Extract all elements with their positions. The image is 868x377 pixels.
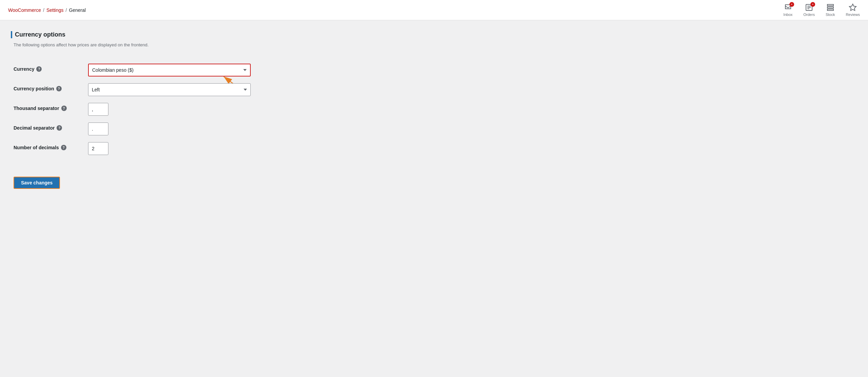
header-icons: • Inbox • Orders Stock bbox=[783, 3, 860, 17]
currency-position-label: Currency position bbox=[14, 86, 54, 91]
thousand-separator-input-group bbox=[88, 103, 291, 116]
breadcrumb-settings[interactable]: Settings bbox=[46, 7, 64, 13]
decimal-separator-help-icon[interactable]: ? bbox=[57, 125, 62, 131]
thousand-separator-help-icon[interactable]: ? bbox=[61, 106, 67, 111]
number-of-decimals-input[interactable] bbox=[88, 142, 108, 155]
currency-position-label-group: Currency position ? bbox=[14, 83, 88, 91]
number-of-decimals-help-icon[interactable]: ? bbox=[61, 145, 66, 150]
section-description: The following options affect how prices … bbox=[14, 42, 291, 47]
breadcrumb: WooCommerce / Settings / General bbox=[8, 7, 86, 13]
breadcrumb-current: General bbox=[69, 7, 86, 13]
save-changes-button[interactable]: Save changes bbox=[14, 177, 60, 189]
currency-position-help-icon[interactable]: ? bbox=[56, 86, 62, 91]
breadcrumb-woocommerce[interactable]: WooCommerce bbox=[8, 7, 41, 13]
decimal-separator-input-group bbox=[88, 123, 291, 135]
header-stock-button[interactable]: Stock bbox=[826, 3, 835, 17]
orders-label: Orders bbox=[803, 13, 815, 17]
currency-label: Currency bbox=[14, 66, 34, 72]
top-header: WooCommerce / Settings / General • Inbox bbox=[0, 0, 868, 20]
thousand-separator-label: Thousand separator bbox=[14, 106, 59, 111]
inbox-badge: • bbox=[789, 2, 794, 7]
inbox-icon: • bbox=[784, 3, 792, 12]
number-of-decimals-input-group bbox=[88, 142, 291, 155]
reviews-label: Reviews bbox=[846, 13, 860, 17]
decimal-separator-label: Decimal separator bbox=[14, 125, 55, 131]
decimal-separator-label-group: Decimal separator ? bbox=[14, 123, 88, 131]
field-row-currency-position: Currency position ? Left bbox=[14, 83, 291, 96]
orders-badge: • bbox=[810, 2, 815, 7]
svg-marker-1 bbox=[849, 4, 856, 10]
reviews-icon bbox=[849, 3, 857, 12]
header-orders-button[interactable]: • Orders bbox=[803, 3, 815, 17]
currency-help-icon[interactable]: ? bbox=[36, 66, 42, 72]
field-row-number-of-decimals: Number of decimals ? bbox=[14, 142, 291, 155]
stock-icon bbox=[826, 3, 834, 12]
main-content: Currency options The following options a… bbox=[0, 20, 305, 200]
field-row-thousand-separator: Thousand separator ? bbox=[14, 103, 291, 116]
thousand-separator-input[interactable] bbox=[88, 103, 108, 116]
breadcrumb-sep-1: / bbox=[43, 7, 44, 13]
decimal-separator-input[interactable] bbox=[88, 123, 108, 135]
header-inbox-button[interactable]: • Inbox bbox=[783, 3, 792, 17]
currency-position-select[interactable]: Left bbox=[88, 83, 251, 96]
fields-container: Currency ? Colombian peso ($) bbox=[14, 57, 291, 169]
currency-input-group: Colombian peso ($) bbox=[88, 64, 291, 76]
inbox-label: Inbox bbox=[783, 13, 792, 17]
orders-icon: • bbox=[805, 3, 813, 12]
stock-label: Stock bbox=[826, 13, 835, 17]
breadcrumb-sep-2: / bbox=[65, 7, 67, 13]
number-of-decimals-label-group: Number of decimals ? bbox=[14, 142, 88, 150]
section-title: Currency options bbox=[11, 31, 291, 38]
number-of-decimals-label: Number of decimals bbox=[14, 145, 59, 150]
thousand-separator-label-group: Thousand separator ? bbox=[14, 103, 88, 111]
header-reviews-button[interactable]: Reviews bbox=[846, 3, 860, 17]
field-row-currency: Currency ? Colombian peso ($) bbox=[14, 64, 291, 76]
currency-label-group: Currency ? bbox=[14, 64, 88, 72]
currency-position-input-group: Left bbox=[88, 83, 291, 96]
field-row-decimal-separator: Decimal separator ? bbox=[14, 123, 291, 135]
